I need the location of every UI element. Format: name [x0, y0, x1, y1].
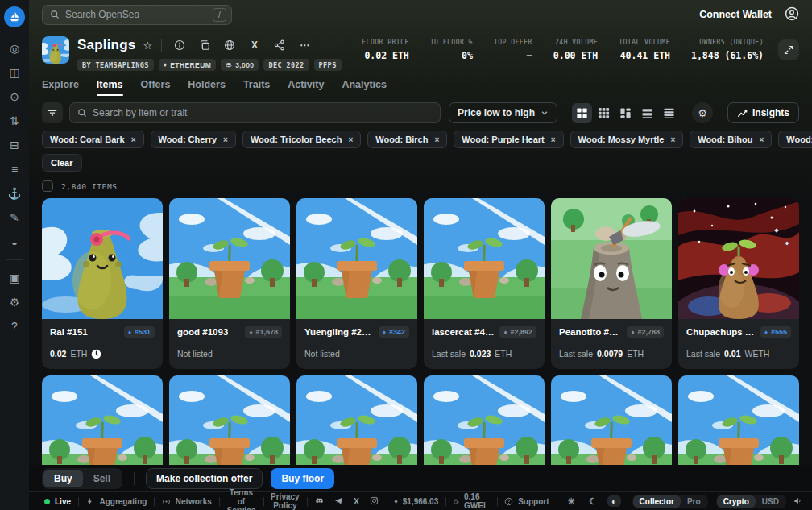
tab-offers[interactable]: Offers	[141, 79, 171, 96]
twitter-x-icon[interactable]: X	[246, 36, 263, 54]
support-button[interactable]: Support	[497, 497, 556, 506]
mode-collector[interactable]: Collector	[633, 495, 681, 508]
insights-label: Insights	[752, 107, 789, 118]
settings-icon[interactable]: ⚙	[3, 291, 26, 313]
remove-filter-icon[interactable]: ×	[348, 135, 353, 144]
filter-chip: Wood: Cherry ×	[151, 131, 236, 148]
sort-select[interactable]: Price low to high	[449, 102, 557, 123]
live-status: Live	[37, 497, 78, 506]
rarity-diamond-icon: ♦	[128, 329, 131, 336]
anchor-icon[interactable]: ⚓	[3, 182, 26, 205]
insights-button[interactable]: Insights	[727, 102, 799, 123]
nft-card[interactable]: Peanotito #288 ♦#2,788 Last sale 0.0079 …	[551, 198, 672, 369]
account-icon[interactable]: ◒	[3, 230, 26, 253]
list-icon[interactable]: ≡	[3, 158, 26, 180]
tab-holders[interactable]: Holders	[188, 79, 226, 96]
create-icon[interactable]: ✎	[3, 206, 26, 229]
stat-top-offer: TOP OFFER–	[494, 39, 532, 61]
nft-card[interactable]: Rai #151 ♦#531 0.02 ETH	[42, 198, 163, 369]
networks-menu[interactable]: Networks	[155, 497, 219, 506]
nft-card[interactable]: Chupachups #668 ♦#555 Last sale 0.01 WET…	[678, 198, 799, 369]
compass-icon[interactable]: ◎	[3, 37, 26, 60]
rarity-diamond-icon: ♦	[631, 329, 634, 336]
opensea-logo[interactable]	[4, 6, 25, 27]
item-search-input[interactable]	[93, 107, 433, 118]
remove-filter-icon[interactable]: ×	[223, 135, 228, 144]
collections-icon[interactable]: ▣	[3, 267, 26, 289]
tab-analytics[interactable]: Analytics	[342, 79, 387, 96]
twitter-x-icon[interactable]: X	[354, 496, 359, 506]
tab-traits[interactable]: Traits	[243, 79, 270, 96]
aggregating-status[interactable]: Aggregating	[78, 497, 154, 506]
collection-header: Saplings ☆ X ⋯ BY TEAMSAPLINGS ♦ETHEREUM…	[29, 29, 812, 74]
tab-activity[interactable]: Activity	[288, 79, 324, 96]
theme-auto-icon[interactable]: ◐	[607, 495, 621, 507]
mode-pro[interactable]: Pro	[681, 495, 707, 508]
filters-toggle-icon[interactable]	[42, 102, 63, 123]
buy-floor-button[interactable]: Buy floor	[271, 468, 334, 489]
copy-address-icon[interactable]	[196, 36, 213, 54]
collection-avatar[interactable]	[42, 36, 69, 64]
share-icon[interactable]	[271, 36, 288, 54]
sound-icon[interactable]	[790, 496, 804, 507]
theme-dark-icon[interactable]: ☾	[586, 496, 600, 507]
telegram-icon[interactable]	[334, 496, 343, 507]
currency-crypto[interactable]: Crypto	[717, 495, 756, 508]
profile-icon[interactable]	[785, 6, 799, 23]
theme-light-icon[interactable]: ☀	[564, 496, 578, 507]
nft-image	[296, 198, 417, 319]
global-search[interactable]: /	[42, 5, 232, 25]
nft-card[interactable]: Yuengling #2356 ♦#342 Not listed	[296, 198, 417, 369]
tab-items[interactable]: Items	[97, 79, 123, 96]
view-grid-large-icon[interactable]	[572, 103, 592, 123]
compass-glyph: ◎	[10, 42, 19, 55]
tokens-icon[interactable]: ⊙	[3, 85, 26, 108]
rarity-diamond-icon: ♦	[383, 329, 386, 336]
swap-icon[interactable]: ⇅	[3, 110, 26, 132]
dashboard-icon[interactable]: ◫	[3, 61, 26, 84]
website-globe-icon[interactable]	[221, 36, 238, 54]
view-table-icon[interactable]	[659, 103, 679, 123]
help-icon[interactable]: ?	[3, 315, 26, 338]
remove-filter-icon[interactable]: ×	[434, 135, 439, 144]
nft-name: Peanotito #288	[559, 327, 622, 337]
select-all-checkbox[interactable]	[42, 180, 53, 192]
item-search[interactable]	[69, 102, 441, 123]
listing-time-icon	[91, 349, 102, 359]
discord-icon[interactable]	[315, 496, 324, 507]
terms-link[interactable]: Terms of Service	[219, 488, 263, 510]
more-options-icon[interactable]: ⋯	[296, 36, 313, 54]
nft-card[interactable]: lascercat #479 ♦#2,892 Last sale 0.023 E…	[424, 198, 545, 369]
view-list-icon[interactable]	[637, 103, 657, 123]
grid-settings-gear-icon[interactable]: ⚙	[692, 102, 713, 123]
remove-filter-icon[interactable]: ×	[131, 135, 136, 144]
creator-badge[interactable]: BY TEAMSAPLINGS	[77, 59, 154, 71]
filter-chip-label: Wood: Coral Bark	[50, 135, 125, 144]
filter-chip: Wood: Coral Bark ×	[42, 131, 144, 148]
sell-tab[interactable]: Sell	[83, 470, 121, 487]
instagram-icon[interactable]	[370, 496, 379, 507]
rarity-badge: ♦#342	[379, 326, 409, 338]
remove-filter-icon[interactable]: ×	[670, 135, 675, 144]
make-collection-offer-button[interactable]: Make collection offer	[146, 468, 263, 489]
price-prefix: Last sale	[559, 349, 593, 359]
remove-filter-icon[interactable]: ×	[551, 135, 556, 144]
watchlist-star-icon[interactable]: ☆	[143, 39, 152, 52]
view-grid-dense-icon[interactable]	[594, 103, 614, 123]
buy-tab[interactable]: Buy	[44, 470, 83, 487]
tab-explore[interactable]: Explore	[42, 79, 79, 96]
info-icon[interactable]	[171, 36, 188, 54]
clear-filters-button[interactable]: Clear	[42, 154, 82, 172]
remove-filter-icon[interactable]: ×	[759, 135, 764, 144]
view-masonry-icon[interactable]	[615, 103, 636, 123]
currency-usd[interactable]: USD	[756, 495, 785, 508]
currency-toggle: Crypto USD	[716, 495, 786, 508]
connect-wallet-button[interactable]: Connect Wallet	[699, 9, 772, 20]
privacy-link[interactable]: Privacy Policy	[263, 492, 307, 510]
nft-image	[169, 198, 290, 319]
expand-stats-icon[interactable]	[778, 39, 799, 60]
global-search-input[interactable]	[65, 9, 207, 20]
account-glyph: ◒	[11, 235, 18, 248]
nft-card[interactable]: good #1093 ♦#1,678 Not listed	[169, 198, 290, 369]
calendar-icon[interactable]: ⊟	[3, 134, 26, 156]
